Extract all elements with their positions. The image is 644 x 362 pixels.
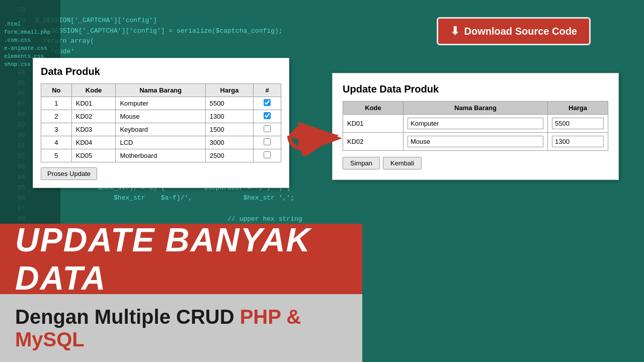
cell-nama: Keyboard — [116, 123, 205, 136]
cell-check[interactable] — [254, 136, 281, 149]
cell-kode: KD02 — [71, 110, 116, 123]
update-cell-harga[interactable] — [548, 133, 608, 151]
update-col-kode: Kode — [343, 102, 404, 115]
cell-no: 5 — [41, 149, 72, 162]
update-cell-kode: KD01 — [343, 115, 404, 133]
cell-harga: 1500 — [205, 123, 253, 136]
table-row: 3 KD03 Keyboard 1500 — [41, 123, 281, 136]
update-cell-kode: KD02 — [343, 133, 404, 151]
cell-no: 3 — [41, 123, 72, 136]
cell-nama: LCD — [116, 136, 205, 149]
data-produk-table: No Kode Nama Barang Harga # 1 KD01 Kompu… — [41, 83, 281, 162]
table-row: 2 KD02 Mouse 1300 — [41, 110, 281, 123]
cell-kode: KD03 — [71, 123, 116, 136]
kembali-button[interactable]: Kembali — [383, 157, 422, 169]
red-banner-block: UPDATE BANYAK DATA — [0, 224, 362, 294]
update-cell-nama[interactable] — [404, 115, 548, 133]
sub-banner-title: Dengan Multiple CRUD PHP & MySQL — [15, 306, 362, 351]
gray-banner-block: Dengan Multiple CRUD PHP & MySQL — [0, 294, 362, 362]
update-cell-harga[interactable] — [548, 115, 608, 133]
main-banner-title: UPDATE BANYAK DATA — [15, 221, 362, 297]
data-produk-title: Data Produk — [41, 66, 281, 77]
update-data-produk-panel: Update Data Produk Kode Nama Barang Harg… — [332, 73, 619, 180]
update-panel-title: Update Data Produk — [343, 83, 608, 95]
cell-no: 2 — [41, 110, 72, 123]
table-row: 5 KD05 Motherboard 2500 — [41, 149, 281, 162]
col-header-nama: Nama Barang — [116, 84, 205, 97]
col-header-harga: Harga — [205, 84, 253, 97]
cell-kode: KD04 — [71, 136, 116, 149]
row-checkbox[interactable] — [264, 112, 271, 119]
css-file-item: e-animate.css — [0, 44, 60, 52]
cell-harga: 3000 — [205, 136, 253, 149]
cell-harga: 2500 — [205, 149, 253, 162]
update-col-nama: Nama Barang — [404, 102, 548, 115]
nama-input[interactable] — [408, 136, 543, 147]
update-button-group: Simpan Kembali — [343, 157, 608, 169]
simpan-button[interactable]: Simpan — [343, 157, 380, 169]
bottom-banner: UPDATE BANYAK DATA Dengan Multiple CRUD … — [0, 224, 644, 362]
download-source-code-button[interactable]: ⬇ Download Source Code — [437, 17, 591, 45]
cell-check[interactable] — [254, 123, 281, 136]
cell-kode: KD05 — [71, 149, 116, 162]
arrow-right — [287, 111, 342, 158]
css-file-item: .com.css — [0, 36, 60, 44]
cell-kode: KD01 — [71, 97, 116, 110]
col-header-check: # — [254, 84, 281, 97]
download-icon: ⬇ — [450, 25, 459, 38]
cell-no: 1 — [41, 97, 72, 110]
css-file-item: form_email.php — [0, 28, 60, 36]
update-col-harga: Harga — [548, 102, 608, 115]
update-table-row: KD02 — [343, 133, 608, 151]
row-checkbox[interactable] — [264, 151, 271, 158]
update-data-table: Kode Nama Barang Harga KD01 KD02 — [343, 101, 608, 151]
table-row: 1 KD01 Komputer 5500 — [41, 97, 281, 110]
data-produk-panel: Data Produk No Kode Nama Barang Harga # … — [33, 58, 289, 188]
svg-marker-1 — [322, 131, 342, 146]
cell-nama: Komputer — [116, 97, 205, 110]
css-file-item: .html — [0, 20, 60, 28]
cell-harga: 1300 — [205, 110, 253, 123]
cell-check[interactable] — [254, 110, 281, 123]
table-row: 4 KD04 LCD 3000 — [41, 136, 281, 149]
update-cell-nama[interactable] — [404, 133, 548, 151]
nama-input[interactable] — [408, 118, 543, 129]
sub-title-plain: Dengan Multiple CRUD — [15, 306, 240, 328]
harga-input[interactable] — [552, 118, 604, 129]
row-checkbox[interactable] — [264, 138, 271, 145]
cell-nama: Mouse — [116, 110, 205, 123]
cell-no: 4 — [41, 136, 72, 149]
col-header-no: No — [41, 84, 72, 97]
row-checkbox[interactable] — [264, 125, 271, 132]
harga-input[interactable] — [552, 136, 604, 147]
update-table-row: KD01 — [343, 115, 608, 133]
row-checkbox[interactable] — [264, 99, 271, 106]
proses-update-button[interactable]: Proses Update — [41, 167, 97, 180]
cell-check[interactable] — [254, 149, 281, 162]
cell-check[interactable] — [254, 97, 281, 110]
cell-harga: 5500 — [205, 97, 253, 110]
col-header-kode: Kode — [71, 84, 116, 97]
download-button-label: Download Source Code — [464, 26, 577, 37]
cell-nama: Motherboard — [116, 149, 205, 162]
